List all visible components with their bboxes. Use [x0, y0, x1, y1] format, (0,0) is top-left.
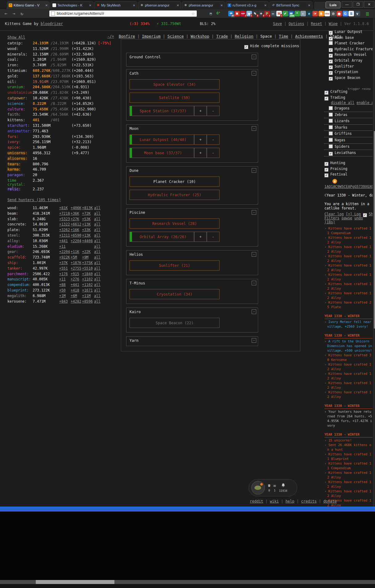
craft-link[interactable]: +5M [71, 255, 82, 260]
craft-link[interactable]: +276 [71, 277, 82, 282]
craft-amount-link[interactable]: +37K [59, 261, 68, 265]
ghostery-icon[interactable]: ☻2 [246, 11, 252, 16]
decrement-button[interactable]: - [207, 148, 219, 158]
craft-link[interactable]: +1322 [59, 222, 71, 227]
craft-all-link[interactable]: all [94, 299, 101, 304]
craft-link[interactable]: +11 [59, 277, 71, 282]
clear-log-link[interactable]: Clear log [324, 212, 344, 216]
tab-achievements[interactable]: Achievements [295, 34, 323, 39]
globe-icon[interactable]: ◐ [300, 11, 306, 16]
craft-all-link[interactable]: all [94, 211, 101, 217]
craft-all[interactable]: all [94, 272, 101, 276]
craft-link[interactable]: +81K [59, 205, 71, 211]
infinity-icon[interactable]: ∞ [270, 11, 276, 16]
race-sharks[interactable]: Sharks [324, 125, 373, 131]
reload-button[interactable]: ↻ [19, 10, 25, 17]
craft-link[interactable]: +72K [82, 211, 93, 217]
craft-link[interactable]: +6590 [71, 233, 82, 238]
craft-amount-link[interactable]: +72K [82, 211, 91, 216]
new-tab-button[interactable] [315, 2, 326, 9]
profile-button[interactable]: Luis [326, 2, 340, 8]
space-button-lunar-outpost-40-40-[interactable]: Lunar Outpost (40/40)+- [130, 135, 220, 145]
craft-link[interactable]: +1311 [59, 233, 71, 238]
craft-amount-link[interactable]: +276 [71, 277, 79, 281]
footer-link-wiki[interactable]: wiki [270, 499, 279, 503]
increment-button[interactable]: + [194, 106, 207, 116]
tab-science[interactable]: Science [167, 34, 184, 39]
auto-festival[interactable]: ✓Festival [324, 172, 347, 177]
craft-all[interactable]: all [94, 217, 101, 221]
translate-icon[interactable]: G [343, 11, 348, 16]
space-button-satellite-59-[interactable]: Satellite (59) [130, 93, 220, 103]
craft-link[interactable]: +11 [59, 244, 71, 250]
craft-all-link[interactable]: all [94, 233, 101, 238]
pawse-link[interactable]: pawse [341, 216, 352, 220]
toggle-moon-base-checkbox[interactable]: ✓ [329, 37, 333, 41]
craft-all-link[interactable]: all [94, 282, 101, 288]
monitor-icon[interactable]: ▣20m [288, 11, 294, 16]
tab-bonfire[interactable]: Bonfire [119, 34, 135, 39]
craft-amount-link[interactable]: +11M [82, 294, 91, 298]
craft-all[interactable]: all [94, 222, 101, 226]
craft-link[interactable]: +915 [71, 271, 82, 277]
header-link-options[interactable]: Options [289, 22, 304, 26]
craft-amount-link[interactable]: +418 [71, 288, 79, 292]
increment-button[interactable]: + [194, 135, 207, 144]
craft-link[interactable]: +813K [82, 205, 93, 211]
craft-all[interactable]: all [94, 239, 101, 243]
tab-close-icon[interactable]: ✕ [45, 4, 48, 7]
craft-all[interactable]: all [94, 261, 101, 265]
craft-all[interactable]: all [94, 244, 101, 249]
increment-button[interactable]: + [194, 232, 207, 242]
craft-amount-link[interactable]: +27K [71, 217, 79, 221]
browser-menu-icon[interactable]: ≡ [366, 10, 369, 17]
craft-all[interactable]: all [94, 206, 101, 210]
craft-amount-link[interactable]: +16K [71, 228, 79, 232]
race-spiders-checkbox[interactable] [329, 144, 333, 148]
craft-link[interactable]: +11M [82, 293, 93, 299]
back-button[interactable]: ← [2, 10, 9, 17]
auto-festival-checkbox[interactable]: ✓ [324, 173, 328, 177]
space-button-orbital-array-26-26-[interactable]: Orbital Array (26/26)+- [130, 232, 220, 242]
craft-amount-link[interactable]: +1102 [82, 283, 93, 287]
show-log-checkbox[interactable]: ✓ [363, 213, 367, 217]
craft-all-link[interactable]: all [94, 255, 101, 260]
toggle-space-beacon-checkbox[interactable]: ✓ [329, 77, 333, 81]
craft-amount-link[interactable]: +1M [59, 294, 66, 298]
craft-all-link[interactable]: all [94, 244, 101, 250]
space-button-hydraulic-fracturer-25-[interactable]: Hydraulic Fracturer (25) [130, 190, 220, 200]
taskbar-item[interactable] [36, 580, 114, 584]
craft-amount-link[interactable]: +22K [82, 250, 91, 254]
url-text[interactable]: bloodrizer.ru/games/kittens/# [57, 11, 191, 16]
craft-link[interactable]: +2204 [71, 238, 82, 244]
toggle-orbital-array[interactable]: ✓Orbital Array [324, 58, 373, 64]
craft-all-link[interactable]: all [94, 205, 101, 211]
race-nagas[interactable]: Nagas [324, 137, 373, 144]
tab-time[interactable]: Time [279, 34, 288, 39]
craft-link[interactable]: +16K [71, 227, 82, 233]
panel-collapse-button[interactable]: - [252, 55, 256, 59]
race-dragons[interactable]: Dragons [324, 106, 373, 112]
race-lizards[interactable]: Lizards [324, 118, 373, 125]
craft-link[interactable]: +9M [82, 255, 93, 260]
umbrella-extension-icon[interactable]: ☂67 [228, 11, 234, 16]
craft-all-link[interactable]: all [94, 266, 101, 271]
abp-icon[interactable]: ABP1 [240, 11, 246, 16]
filters-link[interactable]: Filters [324, 216, 339, 220]
craft-all-link[interactable]: all [94, 222, 101, 227]
space-button-moon-base-37-37-[interactable]: Moon base (37/37)+- [130, 148, 220, 158]
craft-all[interactable]: all [94, 277, 101, 281]
craft-amount-link[interactable]: +2755 [71, 266, 81, 271]
craft-all[interactable]: all [94, 211, 101, 216]
craft-link[interactable]: +11K [71, 249, 82, 255]
panel-collapse-button[interactable]: - [252, 252, 256, 257]
panel-collapse-button[interactable]: - [252, 168, 256, 173]
craft-amount-link[interactable]: +4282 [71, 299, 81, 304]
decrement-button[interactable]: - [207, 232, 219, 242]
toggle-cryostation-checkbox[interactable]: ✓ [329, 71, 333, 75]
crafting-checkbox[interactable]: ✓ [324, 91, 328, 95]
browser-tab[interactable]: ❋pfsense.arangur✕ [138, 1, 181, 9]
toggle-cryostation[interactable]: ✓Cryostation [324, 69, 373, 75]
craft-link[interactable]: +53K [82, 217, 93, 222]
auto-hunting[interactable]: ✓Hunting [324, 160, 347, 166]
